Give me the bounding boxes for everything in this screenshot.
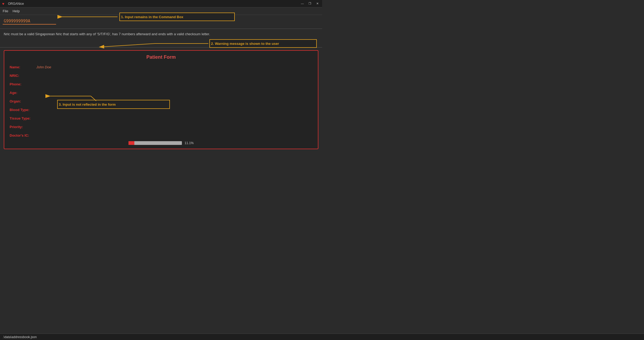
app-icon: ♥ [2, 2, 6, 6]
form-row-tissuetype: Tissue Type: [10, 115, 313, 121]
warning-text: Nric must be a valid Singaporean Nric th… [4, 32, 210, 36]
minimize-button[interactable]: — [300, 2, 305, 5]
menu-bar: File Help [0, 7, 322, 15]
progress-label: 11.1% [185, 141, 194, 145]
label-bloodtype: Blood Type: [10, 108, 36, 112]
form-row-nric: NRIC: [10, 72, 313, 79]
form-row-doctoric: Doctor's IC: [10, 132, 313, 139]
label-priority: Priority: [10, 125, 36, 129]
patient-form: Patient Form Name: John Doe NRIC: Phone:… [4, 50, 318, 149]
title-bar: ♥ ORGANice — ❐ ✕ [0, 0, 322, 7]
form-row-name: Name: John Doe [10, 64, 313, 70]
label-nric: NRIC: [10, 74, 36, 78]
label-doctoric: Doctor's IC: [10, 133, 36, 137]
form-row-organ: Organ: [10, 98, 313, 104]
value-name: John Doe [36, 65, 51, 69]
command-box-area [0, 15, 322, 29]
command-input[interactable] [3, 18, 56, 25]
label-phone: Phone: [10, 82, 36, 86]
close-button[interactable]: ✕ [315, 2, 320, 5]
progress-bar-fill [128, 141, 134, 145]
warning-area: Nric must be a valid Singaporean Nric th… [0, 29, 322, 48]
form-title: Patient Form [10, 54, 313, 60]
app-title: ORGANice [8, 2, 24, 6]
menu-help[interactable]: Help [13, 9, 20, 13]
label-tissuetype: Tissue Type: [10, 116, 36, 120]
form-row-age: Age: [10, 89, 313, 96]
progress-row: 11.1% [10, 141, 313, 145]
progress-bar-background [128, 141, 182, 145]
main-content: Patient Form Name: John Doe NRIC: Phone:… [0, 48, 322, 157]
menu-file[interactable]: File [3, 9, 8, 13]
form-row-bloodtype: Blood Type: [10, 106, 313, 113]
maximize-button[interactable]: ❐ [307, 2, 313, 5]
form-row-priority: Priority: [10, 124, 313, 130]
label-organ: Organ: [10, 99, 36, 103]
label-name: Name: [10, 65, 36, 69]
label-age: Age: [10, 91, 36, 95]
form-row-phone: Phone: [10, 81, 313, 87]
